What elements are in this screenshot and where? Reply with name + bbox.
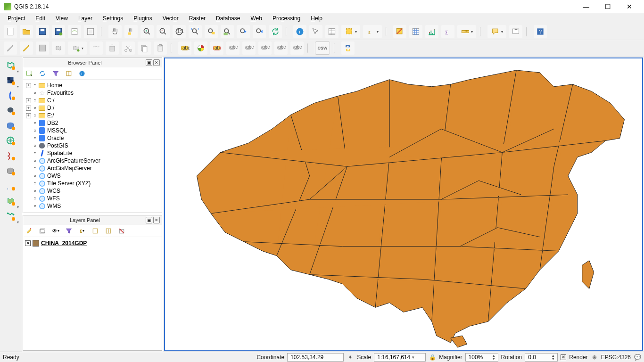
browser-item[interactable]: ArcGisMapServer: [24, 165, 161, 172]
map-canvas[interactable]: [164, 58, 643, 351]
menu-web[interactable]: Web: [246, 14, 266, 23]
add-wfs-icon[interactable]: [4, 194, 18, 208]
copy-icon[interactable]: [138, 41, 151, 55]
zoom-to-layer-icon[interactable]: [221, 25, 234, 38]
move-feature-icon[interactable]: [68, 41, 87, 55]
zoom-to-selection-icon[interactable]: [205, 25, 218, 38]
label-move-icon[interactable]: abc: [258, 41, 272, 55]
refresh-icon[interactable]: [269, 25, 282, 38]
label-diagram-icon[interactable]: [194, 41, 207, 55]
save-as-icon[interactable]: [52, 25, 65, 38]
new-print-composer-icon[interactable]: [68, 25, 81, 38]
zoom-last-icon[interactable]: [237, 25, 250, 38]
field-calculator-icon[interactable]: [409, 25, 422, 38]
layers-close-button[interactable]: ✕: [153, 217, 160, 223]
save-edits-icon[interactable]: [36, 41, 49, 55]
crs-value[interactable]: EPSG:4326: [601, 354, 631, 361]
label-show-icon[interactable]: abc: [242, 41, 256, 55]
pan-icon[interactable]: [108, 25, 122, 38]
layer-filter-icon[interactable]: [65, 227, 73, 235]
select-by-expression-icon[interactable]: ε: [363, 25, 382, 38]
browser-tree[interactable]: +Home☆Favourites+C:/+D:/+E:/DB2MSSQLOrac…: [23, 80, 162, 213]
add-db2-icon[interactable]: [4, 119, 18, 133]
rotation-input[interactable]: 0.0▴▾: [525, 353, 558, 362]
layer-visibility-icon[interactable]: 👁▾: [51, 227, 60, 235]
add-delimited-text-icon[interactable]: ,: [4, 179, 18, 193]
browser-item[interactable]: +D:/: [24, 104, 161, 112]
add-wms-icon[interactable]: [4, 134, 18, 148]
open-project-icon[interactable]: [20, 25, 33, 38]
add-spatialite-icon[interactable]: [4, 89, 18, 103]
browser-item[interactable]: WMS: [24, 202, 161, 210]
browser-item[interactable]: MSSQL: [24, 127, 161, 134]
cut-icon[interactable]: [122, 41, 135, 55]
lock-scale-icon[interactable]: 🔒: [429, 354, 436, 361]
menu-help[interactable]: Help: [306, 14, 327, 23]
browser-item[interactable]: OWS: [24, 172, 161, 180]
menu-plugins[interactable]: Plugins: [129, 14, 157, 23]
layers-dock-button[interactable]: ▣: [146, 217, 152, 223]
layer-remove-icon[interactable]: [117, 227, 126, 235]
scale-input[interactable]: 1:16,167,614: [374, 353, 426, 362]
python-console-icon[interactable]: [341, 41, 355, 55]
close-button[interactable]: ✕: [619, 0, 640, 13]
statistics-icon[interactable]: [425, 25, 438, 38]
layer-expression-icon[interactable]: ε▾: [78, 227, 86, 235]
browser-close-button[interactable]: ✕: [153, 59, 160, 66]
label-highlight-icon[interactable]: ab: [210, 41, 223, 55]
menu-database[interactable]: Database: [211, 14, 245, 23]
open-attribute-table-icon[interactable]: [325, 25, 339, 38]
browser-item[interactable]: SpatiaLite: [24, 149, 161, 157]
add-mssql-icon[interactable]: [4, 149, 18, 163]
layers-tree[interactable]: ✕ CHINA_2014GDP: [23, 237, 162, 350]
filter-browser-icon[interactable]: [51, 69, 60, 78]
browser-dock-button[interactable]: ▣: [146, 59, 152, 66]
add-feature-icon[interactable]: [52, 41, 65, 55]
layer-style-icon[interactable]: [25, 227, 33, 235]
add-oracle-icon[interactable]: [4, 164, 18, 178]
browser-item[interactable]: DB2: [24, 119, 161, 127]
toggle-extents-icon[interactable]: ✦: [347, 354, 354, 361]
add-postgis-icon[interactable]: [4, 104, 18, 118]
text-annotation-icon[interactable]: T: [509, 25, 522, 38]
sum-icon[interactable]: Σ: [441, 25, 454, 38]
zoom-next-icon[interactable]: [253, 25, 266, 38]
edit-pencil-grey-icon[interactable]: [4, 41, 17, 55]
render-checkbox[interactable]: ✕: [561, 354, 566, 360]
layer-row[interactable]: ✕ CHINA_2014GDP: [25, 239, 160, 247]
csw-button[interactable]: CSW: [315, 41, 330, 55]
paste-icon[interactable]: [154, 41, 167, 55]
menu-processing[interactable]: Processing: [268, 14, 305, 23]
map-tips-icon[interactable]: [487, 25, 506, 38]
zoom-full-icon[interactable]: [189, 25, 202, 38]
menu-layer[interactable]: Layer: [74, 14, 97, 23]
browser-item[interactable]: ☆Favourites: [24, 89, 161, 97]
menu-project[interactable]: Project: [3, 14, 30, 23]
add-raster-layer-icon[interactable]: [4, 74, 18, 88]
pan-to-selection-icon[interactable]: [124, 25, 138, 38]
browser-item[interactable]: PostGIS: [24, 142, 161, 149]
measure-icon[interactable]: [457, 25, 476, 38]
layer-name[interactable]: CHINA_2014GDP: [41, 240, 87, 247]
add-vector-layer-icon[interactable]: [4, 58, 18, 73]
layer-add-group-icon[interactable]: [38, 227, 47, 235]
label-pin-icon[interactable]: abc: [226, 41, 239, 55]
maximize-button[interactable]: ☐: [597, 0, 619, 13]
add-layer-icon[interactable]: [25, 69, 33, 78]
properties-icon[interactable]: i: [78, 69, 86, 78]
zoom-native-icon[interactable]: 1:1: [173, 25, 186, 38]
edit-pencil-icon[interactable]: [20, 41, 33, 55]
zoom-out-icon[interactable]: [157, 25, 170, 38]
browser-item[interactable]: WFS: [24, 195, 161, 202]
browser-item[interactable]: Tile Server (XYZ): [24, 180, 161, 187]
label-change-icon[interactable]: abc: [290, 41, 304, 55]
menu-vector[interactable]: Vector: [158, 14, 183, 23]
select-features-icon[interactable]: [309, 25, 322, 38]
new-project-icon[interactable]: [4, 25, 17, 38]
layer-checkbox[interactable]: ✕: [25, 240, 31, 246]
browser-item[interactable]: +Home: [24, 82, 161, 89]
save-project-icon[interactable]: [36, 25, 49, 38]
collapse-browser-icon[interactable]: [65, 69, 73, 78]
messages-icon[interactable]: 💬: [634, 354, 641, 361]
crs-icon[interactable]: ⊕: [591, 354, 598, 361]
